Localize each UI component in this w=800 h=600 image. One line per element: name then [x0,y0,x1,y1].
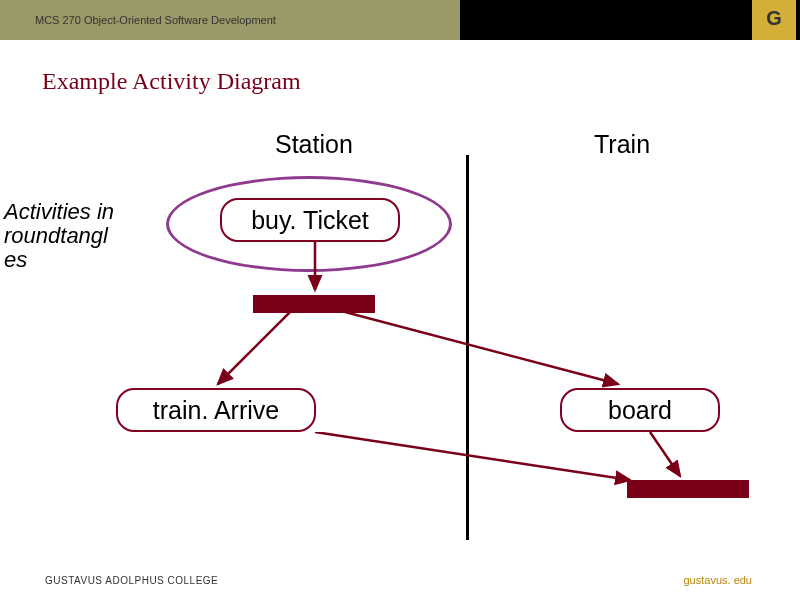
sync-bar-bottom [627,480,749,498]
swimlane-divider [466,155,469,540]
activity-board: board [560,388,720,432]
arrow-bar-to-arrive [210,312,300,392]
arrow-bar-to-board [340,312,630,392]
header-bar: MCS 270 Object-Oriented Software Develop… [0,0,800,40]
svg-line-1 [218,312,290,384]
logo-letter: G [766,7,782,30]
activity-buy-ticket: buy. Ticket [220,198,400,242]
footer-college-name: GUSTAVUS ADOLPHUS COLLEGE [45,575,218,586]
svg-line-4 [650,432,680,476]
svg-line-3 [315,432,630,480]
svg-line-2 [345,312,618,384]
header-course-strip: MCS 270 Object-Oriented Software Develop… [0,0,460,40]
course-title: MCS 270 Object-Oriented Software Develop… [35,14,276,26]
arrow-arrive-to-bottombar [310,432,640,488]
activity-arrive-label: train. Arrive [153,396,279,425]
college-logo: G [752,0,796,40]
activity-buy-label: buy. Ticket [251,206,369,235]
footer-url: gustavus. edu [684,574,753,586]
annotation-roundtangles: Activities in roundtangl es [4,200,114,273]
swimlane-label-station: Station [275,130,353,159]
arrow-board-to-bottombar [640,432,700,484]
activity-train-arrive: train. Arrive [116,388,316,432]
sync-bar-top [253,295,375,313]
swimlane-label-train: Train [594,130,650,159]
activity-board-label: board [608,396,672,425]
page-title: Example Activity Diagram [42,68,301,95]
